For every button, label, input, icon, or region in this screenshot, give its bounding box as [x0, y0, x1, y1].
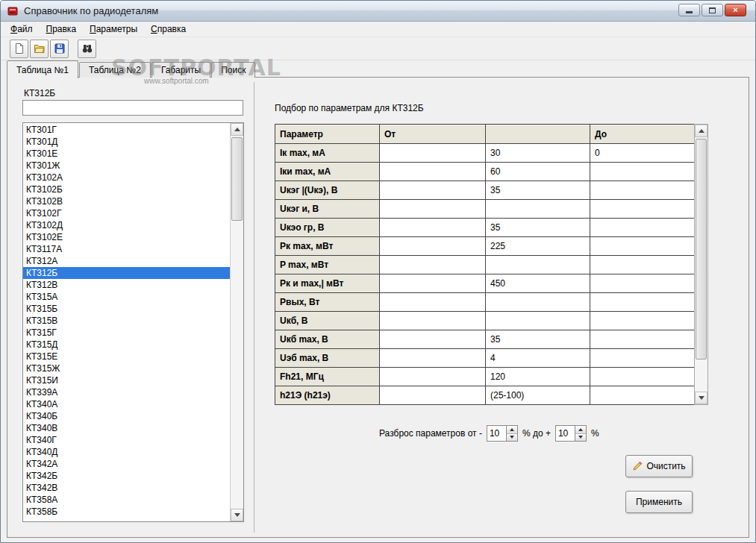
list-item[interactable]: КТ315Д	[23, 339, 230, 351]
from-cell[interactable]	[380, 386, 486, 405]
minimize-button[interactable]	[678, 4, 700, 16]
open-file-button[interactable]	[30, 40, 49, 58]
list-item[interactable]: КТ301Г	[23, 124, 230, 136]
component-filter-input[interactable]	[22, 100, 243, 116]
list-item[interactable]: КТ3102Е	[23, 231, 230, 243]
list-item[interactable]: КТ3102В	[23, 195, 230, 207]
from-cell[interactable]	[380, 200, 486, 219]
list-item[interactable]: КТ342В	[23, 482, 230, 494]
to-cell[interactable]	[590, 312, 696, 330]
search-button[interactable]	[78, 40, 96, 58]
value-cell[interactable]	[486, 200, 590, 219]
maximize-button[interactable]	[702, 4, 723, 16]
list-item[interactable]: КТ315В	[23, 315, 230, 327]
to-cell[interactable]	[590, 368, 696, 386]
save-file-button[interactable]	[50, 40, 69, 58]
list-item[interactable]: КТ312В	[23, 279, 230, 291]
to-cell[interactable]	[590, 330, 696, 349]
menu-item[interactable]: Справка	[144, 22, 193, 37]
value-cell[interactable]	[486, 293, 590, 312]
from-cell[interactable]	[380, 274, 486, 293]
scroll-down-button[interactable]	[695, 392, 707, 404]
list-item[interactable]: КТ315А	[23, 291, 230, 303]
from-cell[interactable]	[380, 368, 486, 386]
value-cell[interactable]: 35	[486, 330, 590, 349]
from-cell[interactable]	[380, 237, 486, 256]
to-cell[interactable]	[590, 200, 696, 219]
list-item[interactable]: КТ315Г	[23, 327, 230, 339]
to-cell[interactable]	[590, 256, 696, 274]
from-cell[interactable]	[380, 219, 486, 237]
list-item[interactable]: КТ315Е	[23, 351, 230, 362]
list-item[interactable]: КТ358Б	[23, 506, 230, 518]
list-item[interactable]: КТ301Ж	[23, 160, 230, 172]
tab[interactable]: Поиск	[211, 62, 255, 78]
value-cell[interactable]: 4	[486, 349, 590, 368]
list-item[interactable]: КТ339А	[23, 386, 230, 398]
to-cell[interactable]	[590, 163, 696, 181]
clear-button[interactable]: Очистить	[625, 455, 693, 477]
list-item[interactable]: КТ340Г	[23, 434, 230, 446]
value-cell[interactable]	[486, 256, 590, 274]
menu-item[interactable]: Параметры	[83, 22, 144, 37]
tab[interactable]: Таблица №2	[79, 62, 151, 78]
to-cell[interactable]: 0	[590, 144, 696, 163]
list-item[interactable]: КТ340Б	[23, 410, 230, 422]
list-item[interactable]: КТ315И	[23, 374, 230, 386]
scroll-up-button[interactable]	[231, 123, 243, 136]
list-item[interactable]: КТ315Ж	[23, 362, 230, 374]
value-cell[interactable]: 450	[486, 274, 590, 293]
list-item[interactable]: КТ340В	[23, 422, 230, 434]
list-item[interactable]: КТ312Б	[23, 267, 230, 279]
to-cell[interactable]	[590, 237, 696, 256]
list-item[interactable]: КТ3102Д	[23, 219, 230, 231]
list-item[interactable]: КТ301Е	[23, 148, 230, 160]
scroll-up-button[interactable]	[695, 125, 707, 137]
list-item[interactable]: КТ312А	[23, 255, 230, 267]
to-cell[interactable]	[590, 274, 696, 293]
spread-from-input[interactable]	[487, 426, 506, 441]
value-cell[interactable]: 30	[486, 144, 590, 163]
from-cell[interactable]	[380, 181, 486, 200]
to-cell[interactable]	[590, 219, 696, 237]
apply-button[interactable]: Применить	[625, 491, 693, 513]
list-scrollbar[interactable]	[230, 123, 243, 521]
spin-up-button[interactable]	[575, 426, 586, 434]
spin-down-button[interactable]	[575, 434, 586, 442]
table-scrollbar[interactable]	[694, 124, 708, 405]
value-cell[interactable]: 120	[486, 368, 590, 386]
from-cell[interactable]	[380, 144, 486, 163]
list-item[interactable]: КТ342А	[23, 458, 230, 470]
value-cell[interactable]	[486, 312, 590, 330]
scroll-down-button[interactable]	[231, 509, 243, 521]
value-cell[interactable]: (25-100)	[486, 386, 590, 405]
tab[interactable]: Габариты	[151, 62, 210, 78]
new-file-button[interactable]	[10, 40, 28, 58]
close-button[interactable]	[725, 4, 746, 16]
list-item[interactable]: КТ3117А	[23, 243, 230, 255]
list-item[interactable]: КТ315Б	[23, 303, 230, 315]
list-item[interactable]: КТ3102А	[23, 172, 230, 183]
menu-item[interactable]: Файл	[4, 22, 40, 37]
list-item[interactable]: КТ342Б	[23, 470, 230, 482]
from-cell[interactable]	[380, 256, 486, 274]
menu-item[interactable]: Правка	[40, 22, 84, 37]
to-cell[interactable]	[590, 386, 696, 405]
from-cell[interactable]	[380, 293, 486, 312]
list-item[interactable]: КТ340Д	[23, 446, 230, 458]
list-item[interactable]: КТ3102Г	[23, 207, 230, 219]
from-cell[interactable]	[380, 349, 486, 368]
list-item[interactable]: КТ3102Б	[23, 183, 230, 195]
from-cell[interactable]	[380, 330, 486, 349]
list-item[interactable]: КТ301Д	[23, 136, 230, 148]
spin-down-button[interactable]	[507, 434, 517, 442]
list-item[interactable]: КТ340А	[23, 398, 230, 410]
to-cell[interactable]	[590, 349, 696, 368]
tab[interactable]: Таблица №1	[7, 60, 78, 78]
value-cell[interactable]: 60	[486, 163, 590, 181]
spread-to-input[interactable]	[556, 426, 575, 441]
value-cell[interactable]: 35	[486, 181, 590, 200]
value-cell[interactable]: 225	[486, 237, 590, 256]
spin-up-button[interactable]	[507, 426, 517, 434]
list-item[interactable]: КТ358А	[23, 494, 230, 506]
